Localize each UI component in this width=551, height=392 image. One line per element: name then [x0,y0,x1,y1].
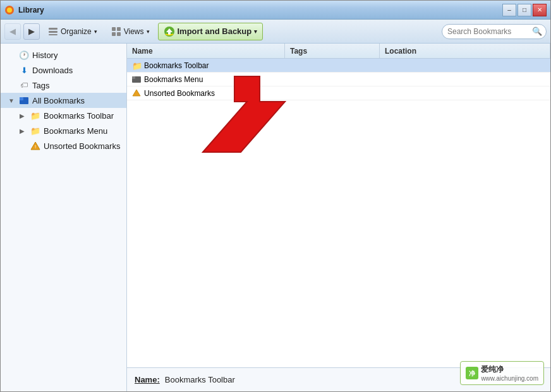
right-panel: Name Tags Location 📁 Bookmarks Toolbar [127,44,550,391]
row1-name: Bookmarks Toolbar [144,61,209,70]
svg-rect-5 [112,27,116,31]
tags-icon: 🏷 [19,80,29,90]
name-field-value: Bookmarks Toolbar [165,375,235,384]
search-input[interactable] [447,27,530,36]
window-controls: – □ ✕ [502,4,547,16]
bookmarks-toolbar-expander: ▶ [20,112,27,119]
window-title: Library [18,6,502,15]
bookmarks-menu-icon: 📁 [30,126,40,136]
history-icon: 🕐 [19,50,29,60]
sidebar-item-history[interactable]: 🕐 History [1,47,126,62]
sidebar-item-bookmarks-toolbar-label: Bookmarks Toolbar [44,111,114,121]
sidebar-item-tags[interactable]: 🏷 Tags [1,78,126,93]
bookmarks-menu-expander: ▶ [20,128,27,134]
svg-point-1 [7,8,12,13]
svg-text:!: ! [35,144,36,150]
views-button[interactable]: Views ▾ [106,23,155,40]
svg-rect-3 [49,31,58,33]
import-backup-label: Import and Backup [178,27,252,36]
col-header-name[interactable]: Name [127,44,285,58]
views-dropdown-icon: ▾ [147,28,150,35]
sidebar-item-bookmarks-menu-label: Bookmarks Menu [44,126,107,136]
sidebar-item-history-label: History [32,50,58,60]
svg-rect-6 [117,27,121,31]
all-bookmarks-icon [19,95,29,105]
import-backup-icon [164,26,175,37]
sidebar-item-bookmarks-menu[interactable]: ▶ 📁 Bookmarks Menu [1,123,126,138]
downloads-icon: ⬇ [19,65,29,75]
svg-rect-7 [112,32,116,36]
back-button[interactable]: ◀ [4,23,21,40]
organize-label: Organize [61,27,92,36]
sidebar-item-unsorted-label: Unsorted Bookmarks [44,141,120,151]
sidebar: 🕐 History ⬇ Downloads 🏷 Tags ▼ [1,44,127,391]
all-bookmarks-expander: ▼ [8,97,16,104]
row1-icon: 📁 [132,61,141,70]
sidebar-item-bookmarks-toolbar[interactable]: ▶ 📁 Bookmarks Toolbar [1,108,126,123]
watermark-brand: 爱纯净 [481,364,538,375]
maximize-button[interactable]: □ [518,4,531,16]
svg-rect-12 [20,97,23,100]
sidebar-item-unsorted-bookmarks[interactable]: ! Unsorted Bookmarks [1,138,126,153]
svg-text:净: 净 [469,370,476,377]
row3-icon [132,89,141,98]
svg-rect-16 [132,76,135,79]
close-button[interactable]: ✕ [533,4,547,16]
organize-dropdown-icon: ▾ [94,28,97,35]
table-row[interactable]: Unsorted Bookmarks [127,86,550,100]
unsorted-bookmarks-icon: ! [30,141,40,151]
organize-button[interactable]: Organize ▾ [42,23,103,40]
watermark-url: www.aichunjing.com [481,375,538,382]
import-backup-button[interactable]: Import and Backup ▾ [158,23,263,40]
row3-name: Unsorted Bookmarks [144,89,215,98]
sidebar-item-downloads[interactable]: ⬇ Downloads [1,62,126,78]
list-content: 📁 Bookmarks Toolbar [127,59,550,367]
bookmarks-toolbar-icon: 📁 [30,110,40,121]
titlebar: Library – □ ✕ [1,1,550,20]
svg-rect-8 [117,32,121,36]
minimize-button[interactable]: – [502,4,516,16]
name-field-label: Name: [135,375,160,384]
sidebar-item-all-bookmarks[interactable]: ▼ All Bookmarks [1,93,126,108]
row2-icon [132,75,141,84]
search-box[interactable]: 🔍 [442,24,547,39]
watermark: 净 爱纯净 www.aichunjing.com [460,361,544,385]
sidebar-item-tags-label: Tags [32,81,49,90]
main-content: 🕐 History ⬇ Downloads 🏷 Tags ▼ [1,44,550,391]
organize-icon [48,27,58,37]
views-label: Views [124,27,144,36]
firefox-icon [4,5,15,15]
svg-rect-4 [49,34,58,35]
svg-marker-17 [133,90,140,96]
table-row[interactable]: Bookmarks Menu [127,73,550,86]
sidebar-item-downloads-label: Downloads [32,66,73,75]
table-row[interactable]: 📁 Bookmarks Toolbar [127,59,550,73]
search-icon: 🔍 [532,27,542,36]
row2-name: Bookmarks Menu [144,75,203,84]
import-backup-dropdown-icon: ▾ [254,28,257,35]
views-icon [111,27,121,37]
watermark-icon: 净 [466,367,478,379]
list-header: Name Tags Location [127,44,550,59]
sidebar-item-all-bookmarks-label: All Bookmarks [32,96,85,105]
col-header-location[interactable]: Location [380,44,550,58]
toolbar: ◀ ▶ Organize ▾ Views ▾ [1,20,550,44]
col-header-tags[interactable]: Tags [285,44,380,58]
svg-rect-2 [49,28,58,30]
forward-button[interactable]: ▶ [23,23,40,40]
